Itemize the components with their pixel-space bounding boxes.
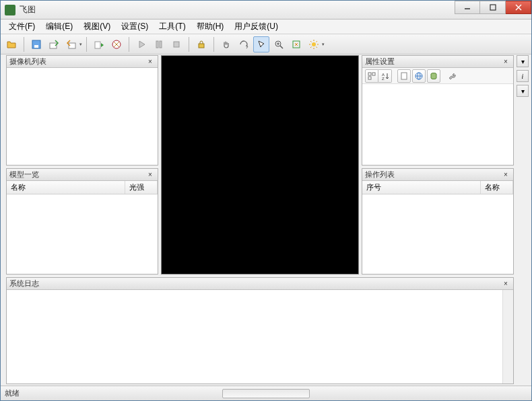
column-name[interactable]: 名称 bbox=[481, 181, 513, 194]
panel-title: 属性设置 bbox=[365, 57, 501, 67]
menu-file[interactable]: 文件(F) bbox=[3, 20, 40, 34]
pan-hand-icon[interactable] bbox=[218, 36, 234, 52]
dropdown-arrow-icon[interactable]: ▾ bbox=[322, 42, 325, 47]
progress-bar bbox=[222, 389, 310, 398]
svg-text:Z: Z bbox=[382, 77, 385, 80]
panel-close-icon[interactable]: × bbox=[501, 279, 510, 289]
fit-view-icon[interactable] bbox=[288, 36, 304, 52]
status-text: 就绪 bbox=[5, 388, 20, 398]
export-icon[interactable] bbox=[46, 36, 62, 52]
panel-close-icon[interactable]: × bbox=[501, 170, 510, 180]
panel-title: 系统日志 bbox=[9, 279, 501, 289]
side-chevron-icon[interactable]: ▾ bbox=[517, 85, 529, 97]
send-to-icon[interactable] bbox=[91, 36, 107, 52]
menu-tools[interactable]: 工具(T) bbox=[154, 20, 191, 34]
left-column: 摄像机列表 × 模型一览 × 名称 光强 bbox=[6, 55, 158, 275]
minimize-button[interactable] bbox=[455, 1, 480, 14]
menu-bar: 文件(F) 编辑(E) 视图(V) 设置(S) 工具(T) 帮助(H) 用户反馈… bbox=[1, 20, 531, 34]
rotate-icon[interactable] bbox=[236, 36, 252, 52]
model-list-body[interactable] bbox=[7, 194, 158, 274]
toolbar-separator bbox=[86, 37, 87, 52]
lock-icon[interactable] bbox=[193, 36, 209, 52]
column-headers: 序号 名称 bbox=[362, 181, 513, 194]
globe-icon[interactable] bbox=[412, 69, 426, 83]
menu-view[interactable]: 视图(V) bbox=[78, 20, 116, 34]
maximize-button[interactable] bbox=[480, 1, 506, 14]
model-list-panel: 模型一览 × 名称 光强 bbox=[6, 168, 158, 275]
panel-close-icon[interactable]: × bbox=[145, 170, 155, 180]
status-bar: 就绪 bbox=[1, 386, 531, 400]
toolbar: ▾ bbox=[1, 34, 531, 54]
scrollbar[interactable] bbox=[502, 290, 513, 384]
title-bar: 飞图 bbox=[1, 1, 531, 20]
svg-rect-5 bbox=[34, 45, 38, 48]
info-icon[interactable]: i bbox=[517, 70, 529, 82]
menu-edit[interactable]: 编辑(E) bbox=[40, 20, 78, 34]
panel-header: 模型一览 × bbox=[7, 169, 158, 181]
svg-line-27 bbox=[317, 46, 318, 48]
close-button[interactable] bbox=[506, 1, 531, 14]
toolbar-separator bbox=[189, 37, 189, 52]
panel-header: 操作列表 × bbox=[362, 169, 513, 181]
pause-icon[interactable] bbox=[151, 36, 167, 52]
property-toolbar: AZ bbox=[362, 68, 513, 84]
toolbar-separator bbox=[213, 37, 214, 52]
panel-close-icon[interactable]: × bbox=[145, 57, 155, 67]
panel-header: 系统日志 × bbox=[7, 278, 513, 290]
categorize-icon[interactable] bbox=[365, 69, 378, 83]
application-window: 飞图 文件(F) 编辑(E) 视图(V) 设置(S) 工具(T) 帮助(H) 用… bbox=[0, 0, 532, 401]
svg-rect-14 bbox=[174, 42, 179, 47]
viewport[interactable] bbox=[161, 55, 359, 275]
svg-line-28 bbox=[310, 46, 312, 48]
save-icon[interactable] bbox=[28, 36, 44, 52]
window-controls bbox=[455, 1, 531, 19]
panel-close-icon[interactable]: × bbox=[501, 57, 510, 67]
select-cursor-icon[interactable] bbox=[253, 36, 269, 52]
prop-page-icon[interactable] bbox=[397, 69, 411, 83]
svg-rect-30 bbox=[368, 73, 371, 75]
panel-title: 模型一览 bbox=[9, 170, 145, 180]
import-icon[interactable] bbox=[63, 36, 79, 52]
zoom-in-icon[interactable] bbox=[271, 36, 287, 52]
toolbar-separator bbox=[24, 37, 24, 52]
side-chevron-icon[interactable]: ▾ bbox=[517, 55, 529, 67]
menu-feedback[interactable]: 用户反馈(U) bbox=[229, 20, 284, 34]
svg-rect-1 bbox=[490, 5, 496, 10]
column-name[interactable]: 名称 bbox=[7, 181, 125, 194]
database-icon[interactable] bbox=[427, 69, 440, 83]
column-headers: 名称 光强 bbox=[7, 181, 158, 194]
play-icon[interactable] bbox=[133, 36, 149, 52]
svg-rect-31 bbox=[372, 73, 375, 75]
menu-help[interactable]: 帮助(H) bbox=[191, 20, 230, 34]
discard-icon[interactable] bbox=[108, 36, 125, 52]
camera-list-panel: 摄像机列表 × bbox=[6, 55, 158, 166]
camera-list-body[interactable] bbox=[7, 68, 158, 165]
window-title: 飞图 bbox=[20, 4, 455, 15]
property-settings-panel: 属性设置 × AZ bbox=[362, 55, 514, 166]
dropdown-arrow-icon[interactable]: ▾ bbox=[79, 42, 82, 47]
sort-az-icon[interactable]: AZ bbox=[378, 69, 392, 83]
panel-title: 摄像机列表 bbox=[9, 57, 145, 67]
wrench-icon[interactable] bbox=[446, 69, 459, 83]
column-index[interactable]: 序号 bbox=[362, 181, 481, 194]
svg-rect-13 bbox=[160, 41, 162, 48]
svg-line-26 bbox=[310, 41, 312, 42]
svg-rect-12 bbox=[156, 41, 158, 48]
svg-line-3 bbox=[516, 5, 521, 10]
open-folder-icon[interactable] bbox=[3, 36, 20, 52]
column-light-intensity[interactable]: 光强 bbox=[125, 181, 158, 194]
svg-rect-15 bbox=[199, 44, 204, 48]
system-log-panel: 系统日志 × bbox=[6, 277, 514, 384]
svg-point-21 bbox=[312, 42, 316, 46]
panel-title: 操作列表 bbox=[365, 170, 501, 180]
menu-settings[interactable]: 设置(S) bbox=[116, 20, 154, 34]
svg-line-29 bbox=[317, 41, 318, 42]
system-log-body[interactable] bbox=[7, 290, 513, 384]
operation-list-body[interactable] bbox=[362, 194, 513, 274]
brightness-icon[interactable] bbox=[306, 36, 322, 52]
stop-icon[interactable] bbox=[168, 36, 185, 52]
top-row: 摄像机列表 × 模型一览 × 名称 光强 bbox=[6, 55, 514, 275]
right-column: 属性设置 × AZ bbox=[362, 55, 514, 275]
property-body[interactable] bbox=[362, 84, 513, 165]
operation-list-panel: 操作列表 × 序号 名称 bbox=[362, 168, 514, 275]
